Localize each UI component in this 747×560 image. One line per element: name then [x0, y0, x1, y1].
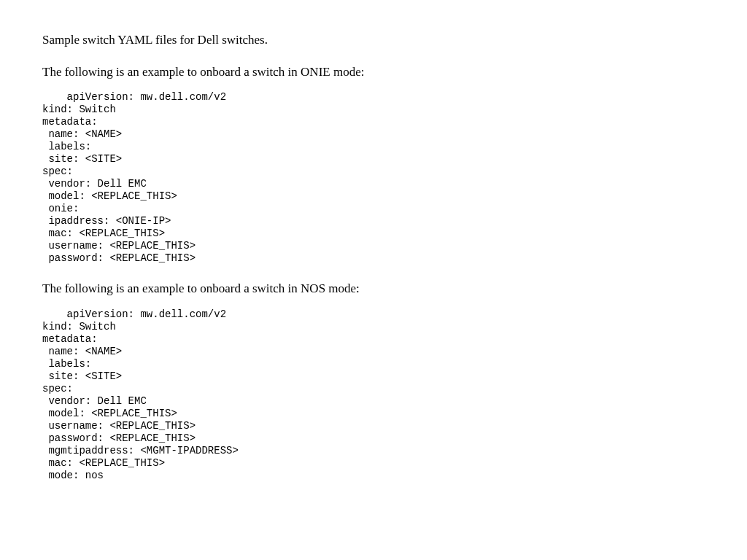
intro-paragraph: Sample switch YAML files for Dell switch…	[42, 31, 705, 50]
nos-section-label: The following is an example to onboard a…	[42, 279, 705, 298]
onie-section-label: The following is an example to onboard a…	[42, 63, 705, 82]
onie-yaml-code: apiVersion: mw.dell.com/v2 kind: Switch …	[42, 91, 705, 265]
nos-yaml-code: apiVersion: mw.dell.com/v2 kind: Switch …	[42, 308, 705, 482]
